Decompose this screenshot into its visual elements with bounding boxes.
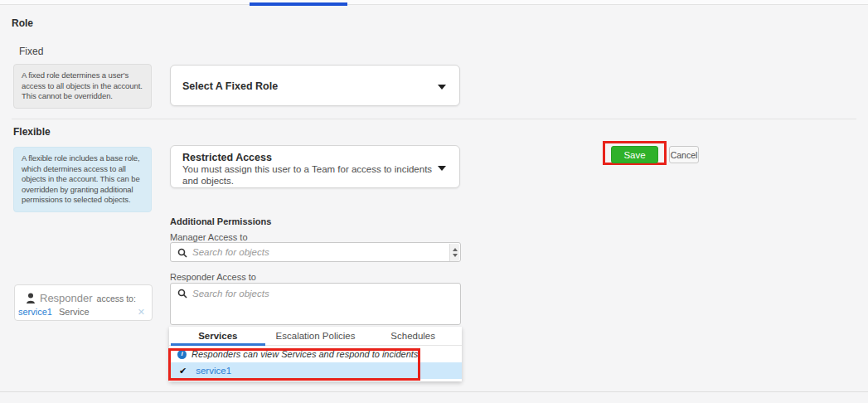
responder-access-label: Responder Access to [170, 272, 256, 282]
manager-access-label: Manager Access to [170, 232, 248, 242]
active-tab-underline [250, 2, 347, 6]
tab-services[interactable]: Services [169, 327, 267, 345]
stepper-up-icon[interactable] [453, 248, 458, 251]
fixed-role-dropdown[interactable]: Select A Fixed Role [170, 65, 460, 106]
result-name: service1 [196, 366, 231, 376]
tab-schedules[interactable]: Schedules [364, 327, 462, 345]
cancel-button[interactable]: Cancel [669, 146, 699, 163]
save-button[interactable]: Save [611, 146, 658, 163]
search-icon [177, 289, 187, 299]
stepper-control[interactable] [449, 244, 459, 261]
stepper-down-icon[interactable] [453, 254, 458, 257]
tab-escalation-policies[interactable]: Escalation Policies [267, 327, 365, 345]
chip-object-link[interactable]: service1 [18, 307, 52, 317]
chip-role-line: Responder access to: [26, 292, 136, 304]
responder-access-search-field [170, 283, 461, 325]
additional-permissions-heading: Additional Permissions [170, 216, 271, 226]
result-row-service1[interactable]: ✔ service1 [169, 362, 462, 379]
base-role-dropdown-subtitle: You must assign this user to a Team for … [182, 163, 444, 187]
search-icon [177, 248, 187, 258]
close-icon[interactable]: ✕ [138, 307, 145, 318]
fixed-role-description: A fixed role determines a user's access … [13, 64, 152, 109]
fixed-role-dropdown-label: Select A Fixed Role [182, 80, 278, 92]
top-tab-strip [0, 0, 868, 5]
base-role-dropdown[interactable]: Restricted Access You must assign this u… [170, 145, 460, 188]
user-role-settings-page: Role Fixed A fixed role determines a use… [0, 0, 868, 403]
info-icon: i [177, 350, 187, 359]
chevron-down-icon [438, 85, 446, 90]
chip-object-line: service1 Service [18, 307, 90, 317]
manager-access-search-input[interactable] [192, 243, 441, 261]
results-tabs: Services Escalation Policies Schedules [169, 327, 462, 346]
results-info-text: Responders can view Services and respond… [192, 349, 418, 359]
responder-access-search-input[interactable] [192, 289, 441, 322]
flexible-role-description: A flexible role includes a base role, wh… [13, 147, 152, 212]
fixed-section-label: Fixed [19, 46, 43, 57]
flexible-section-label: Flexible [13, 126, 51, 138]
chip-role-suffix: access to: [97, 294, 136, 303]
chevron-down-icon [438, 166, 446, 171]
role-heading: Role [12, 17, 33, 29]
chip-role-name: Responder [40, 292, 93, 304]
chip-object-type: Service [59, 307, 90, 317]
manager-access-search-field [170, 242, 461, 262]
responder-access-chip: Responder access to: service1 Service ✕ [14, 284, 153, 321]
base-role-dropdown-title: Restricted Access [182, 152, 272, 163]
check-icon: ✔ [179, 366, 187, 376]
responder-search-results-panel: Services Escalation Policies Schedules i… [169, 327, 462, 381]
bottom-divider [0, 391, 868, 392]
results-info-row: i Responders can view Services and respo… [169, 346, 462, 362]
person-icon [26, 293, 36, 303]
flexible-section-divider [12, 119, 856, 119]
